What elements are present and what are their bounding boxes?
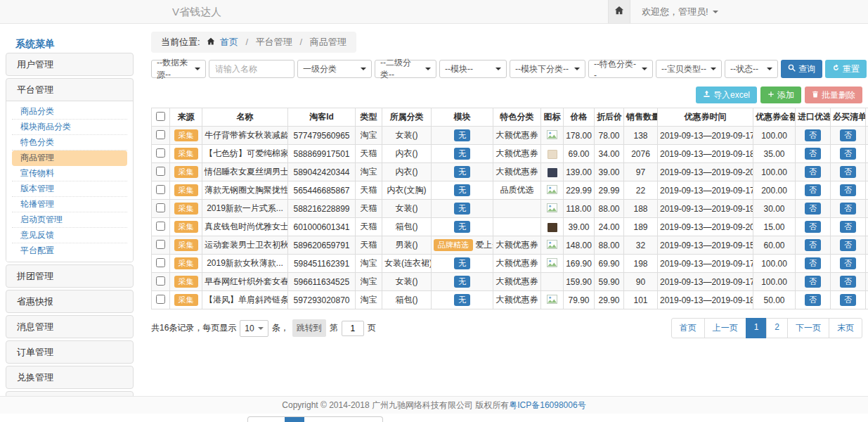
icp-link[interactable]: 粤ICP备16098006号 <box>509 400 585 410</box>
sidebar-subitem-特色分类[interactable]: 特色分类 <box>12 135 127 151</box>
row-checkbox[interactable] <box>156 167 165 176</box>
sidebar-item-订单管理[interactable]: 订单管理 <box>6 341 133 363</box>
row-checkbox[interactable] <box>156 148 165 158</box>
sidebar-subitem-宣传物料[interactable]: 宣传物料 <box>12 166 127 181</box>
must-buy-badge[interactable]: 否 <box>840 221 856 233</box>
jump-page-input[interactable] <box>342 321 364 336</box>
col-source: 来源 <box>170 108 202 127</box>
page-button-下一页[interactable]: 下一页 <box>787 318 829 338</box>
sidebar-subitem-启动页管理[interactable]: 启动页管理 <box>12 212 127 228</box>
sidebar-subitem-模块商品分类[interactable]: 模块商品分类 <box>12 120 127 135</box>
page-button-1[interactable]: 1 <box>746 318 767 338</box>
source-cell: 采集 <box>170 181 202 200</box>
filter-select-level2-category[interactable]: --二级分类-- <box>375 60 436 78</box>
must-buy-badge[interactable]: 否 <box>840 184 856 196</box>
search-button[interactable]: 查询 <box>781 60 822 78</box>
home-button[interactable] <box>608 0 630 23</box>
must-buy-badge[interactable]: 否 <box>840 148 856 160</box>
type-cell: 淘宝 <box>356 273 382 291</box>
import-select-badge[interactable]: 否 <box>805 276 821 288</box>
sidebar-subitem-版本管理[interactable]: 版本管理 <box>12 181 127 197</box>
name-search-input[interactable] <box>209 60 294 78</box>
import-select-cell: 否 <box>796 163 831 181</box>
sidebar-item-省惠快报[interactable]: 省惠快报 <box>6 290 133 312</box>
must-buy-badge[interactable]: 否 <box>840 239 856 251</box>
row-checkbox[interactable] <box>156 203 165 212</box>
search-icon <box>788 64 796 74</box>
pager: 首页上一页12下一页末页 <box>671 318 862 338</box>
coupon-time-cell: 2019-09-13—2019-09-17 <box>658 273 753 291</box>
import-select-badge[interactable]: 否 <box>805 166 821 178</box>
sidebar-item-兑换管理[interactable]: 兑换管理 <box>6 366 133 388</box>
price-cell: 159.90 <box>564 273 595 291</box>
sidebar-item-平台管理[interactable]: 平台管理 <box>6 79 133 101</box>
category-cell: 女装() <box>382 200 432 218</box>
status-cell: 上架 <box>866 127 868 145</box>
row-checkbox[interactable] <box>156 240 165 249</box>
sidebar-subitem-轮播管理[interactable]: 轮播管理 <box>12 197 127 212</box>
source-cell: 采集 <box>170 163 202 181</box>
sales-cell: 138 <box>624 127 658 145</box>
row-checkbox[interactable] <box>156 130 165 139</box>
must-buy-badge[interactable]: 否 <box>840 294 856 306</box>
add-button[interactable]: 添加 <box>760 87 801 103</box>
select-all-checkbox[interactable] <box>156 112 165 121</box>
price-cell: 148.00 <box>564 236 595 255</box>
jump-button[interactable]: 跳转到 <box>292 319 326 337</box>
filter-select-module-subcategory[interactable]: --模块下分类-- <box>510 60 585 78</box>
breadcrumb-item: 平台管理 <box>256 37 292 47</box>
per-page-select[interactable]: 10 <box>240 320 268 337</box>
import-select-badge[interactable]: 否 <box>805 203 821 215</box>
must-buy-badge[interactable]: 否 <box>840 203 856 215</box>
filter-select-module[interactable]: --模块-- <box>439 60 507 78</box>
import-select-badge[interactable]: 否 <box>805 257 821 269</box>
filter-select-data-source[interactable]: --数据来源-- <box>151 60 206 78</box>
broken-image-icon <box>547 132 557 141</box>
sidebar-subitem-意见反馈[interactable]: 意见反馈 <box>12 228 127 243</box>
must-buy-badge[interactable]: 否 <box>840 129 856 141</box>
row-checkbox[interactable] <box>156 258 165 267</box>
breadcrumb-home-link[interactable]: 首页 <box>220 37 238 47</box>
must-buy-badge[interactable]: 否 <box>840 276 856 288</box>
import-excel-button[interactable]: 导入excel <box>696 87 757 103</box>
batch-delete-button[interactable]: 批量删除 <box>805 87 862 103</box>
import-select-badge[interactable]: 否 <box>805 148 821 160</box>
sidebar-item-消息管理[interactable]: 消息管理 <box>6 316 133 338</box>
table-row: 采集2019新款女秋薄款...598451162391淘宝女装(连衣裙)无大额优… <box>152 255 868 273</box>
coupon-amount-cell: 100.00 <box>753 163 796 181</box>
sidebar-subitem-平台配置[interactable]: 平台配置 <box>12 243 127 259</box>
sidebar-subitem-商品管理[interactable]: 商品管理 <box>12 151 127 166</box>
sidebar-item-拼团管理[interactable]: 拼团管理 <box>6 265 133 287</box>
module-cell: 无 <box>432 127 493 145</box>
import-select-badge[interactable]: 否 <box>805 184 821 196</box>
must-buy-badge[interactable]: 否 <box>840 166 856 178</box>
page-button-2[interactable]: 2 <box>766 318 788 338</box>
row-checkbox[interactable] <box>156 185 165 194</box>
sidebar-title: 系统菜单 <box>6 39 134 53</box>
user-menu[interactable]: 欢迎您，管理员! <box>642 6 718 18</box>
sidebar-item-用户管理[interactable]: 用户管理 <box>6 53 133 75</box>
special-category-cell: 大额优惠券 <box>493 163 541 181</box>
filter-select-level1-category[interactable]: 一级分类 <box>297 60 372 78</box>
sidebar-group-消息管理: 消息管理 <box>6 315 134 338</box>
reset-button[interactable]: 重置 <box>825 60 867 78</box>
sidebar-subitem-商品分类[interactable]: 商品分类 <box>12 104 127 120</box>
filter-select-special-category[interactable]: --特色分类-- <box>588 60 653 78</box>
table-row: 采集运动套装男士卫衣初秋...589620659791天猫男装()品牌精选 爱上… <box>152 236 868 255</box>
import-select-badge[interactable]: 否 <box>805 221 821 233</box>
must-buy-badge[interactable]: 否 <box>840 257 856 269</box>
import-select-badge[interactable]: 否 <box>805 239 821 251</box>
row-checkbox[interactable] <box>156 222 165 231</box>
import-select-badge[interactable]: 否 <box>805 294 821 306</box>
page-button-上一页[interactable]: 上一页 <box>704 318 746 338</box>
icon-cell <box>541 127 564 145</box>
import-select-badge[interactable]: 否 <box>805 129 821 141</box>
partial-scrollbar-track[interactable] <box>247 416 383 422</box>
filter-select-item-type[interactable]: --宝贝类型-- <box>656 60 722 78</box>
scrollbar-thumb[interactable] <box>285 417 304 422</box>
filter-select-status[interactable]: --状态-- <box>725 60 778 78</box>
page-button-末页[interactable]: 末页 <box>829 318 862 338</box>
row-checkbox[interactable] <box>156 295 165 304</box>
page-button-首页[interactable]: 首页 <box>671 318 705 338</box>
row-checkbox[interactable] <box>156 276 165 286</box>
